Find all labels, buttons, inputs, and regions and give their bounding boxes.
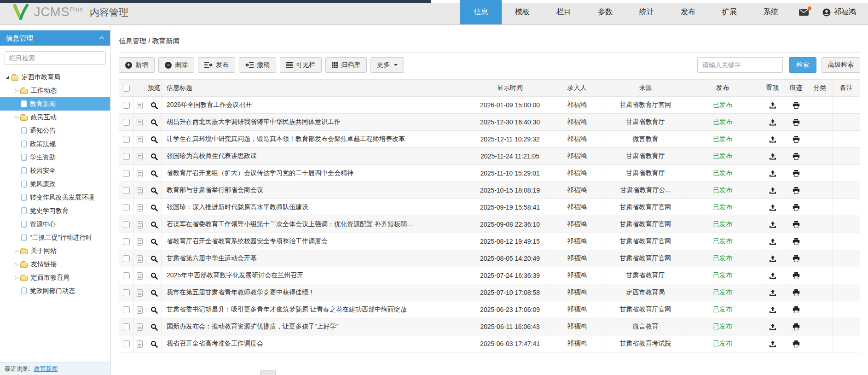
document-page-icon[interactable] xyxy=(137,255,143,263)
document-page-icon[interactable] xyxy=(137,238,143,246)
topnav-item-active[interactable]: 信息 xyxy=(460,0,502,24)
preview-magnifier-icon[interactable] xyxy=(150,238,158,246)
print-icon[interactable] xyxy=(793,119,800,126)
document-page-icon[interactable] xyxy=(137,204,143,211)
preview-magnifier-icon[interactable] xyxy=(150,153,158,160)
print-icon[interactable] xyxy=(793,204,800,211)
preview-magnifier-icon[interactable] xyxy=(150,272,158,280)
row-checkbox[interactable] xyxy=(123,119,130,126)
print-icon[interactable] xyxy=(793,289,800,296)
retract-button[interactable]: 撤稿 xyxy=(239,57,276,73)
article-title[interactable]: 让学生在真环境中研究真问题，锻造真本领！教育部发布会聚焦卓越工程师培养改革 xyxy=(167,135,405,142)
keyword-input[interactable] xyxy=(697,57,783,73)
category-search-input[interactable] xyxy=(5,51,106,65)
row-checkbox[interactable] xyxy=(123,306,130,313)
user-menu[interactable]: 祁福鸿 xyxy=(816,0,857,24)
document-page-icon[interactable] xyxy=(137,306,143,314)
tree-toggle-icon[interactable]: ▷ xyxy=(13,275,20,280)
print-icon[interactable] xyxy=(793,102,800,109)
set-top-icon[interactable] xyxy=(769,221,776,229)
tree-toggle-icon[interactable]: ▷ xyxy=(13,248,20,253)
document-page-icon[interactable] xyxy=(137,187,143,194)
preview-magnifier-icon[interactable] xyxy=(150,204,158,211)
article-title[interactable]: 2026年全国教育工作会议召开 xyxy=(167,101,252,108)
print-icon[interactable] xyxy=(793,255,800,262)
tree-item[interactable]: 通知公告 xyxy=(0,124,110,137)
row-checkbox[interactable] xyxy=(123,340,130,347)
tree-item[interactable]: “三抓三促”行动进行时 xyxy=(0,231,110,244)
print-icon[interactable] xyxy=(793,170,800,177)
set-top-icon[interactable] xyxy=(769,170,776,177)
topnav-item-link[interactable]: 系统 xyxy=(750,0,792,24)
chevron-up-icon[interactable] xyxy=(99,36,104,41)
article-title[interactable]: 我市在第五届甘肃省青年教师教学竞赛中获得佳绩！ xyxy=(167,288,315,296)
article-title[interactable]: 甘肃省第六届中学生运动会开幕 xyxy=(167,254,257,262)
print-icon[interactable] xyxy=(793,221,800,228)
article-title[interactable]: 张国珍为高校师生代表讲思政课 xyxy=(167,152,257,159)
more-button[interactable]: 更多 xyxy=(370,57,404,73)
visible-columns-button[interactable]: 可见栏 xyxy=(280,57,322,73)
row-checkbox[interactable] xyxy=(123,102,130,109)
preview-magnifier-icon[interactable] xyxy=(150,340,158,348)
document-page-icon[interactable] xyxy=(137,136,143,143)
document-page-icon[interactable] xyxy=(137,340,143,348)
messages-button[interactable] xyxy=(792,0,816,24)
set-top-icon[interactable] xyxy=(769,340,776,348)
article-title[interactable]: 我省召开全省高考准备工作调度会 xyxy=(167,340,263,347)
preview-magnifier-icon[interactable] xyxy=(150,170,158,177)
print-icon[interactable] xyxy=(793,153,800,160)
tree-toggle-icon[interactable]: ▷ xyxy=(13,88,20,93)
sidebar-panel-header[interactable]: 信息管理 xyxy=(0,30,110,46)
breadcrumb[interactable]: 信息管理 / 教育新闻 xyxy=(119,25,860,46)
row-checkbox[interactable] xyxy=(123,272,130,279)
set-top-icon[interactable] xyxy=(769,153,776,160)
tree-toggle-icon[interactable]: ▷ xyxy=(13,115,20,120)
set-top-icon[interactable] xyxy=(769,323,776,331)
tree-item[interactable]: 转变作风改善发展环境 xyxy=(0,191,110,204)
document-page-icon[interactable] xyxy=(137,323,143,331)
row-checkbox[interactable] xyxy=(123,187,130,194)
tree-item[interactable]: ▷政民互动 xyxy=(0,111,110,124)
tree-item[interactable]: ▷友情链接 xyxy=(0,258,110,271)
tree-item[interactable]: ▷定西市教育局 xyxy=(0,271,110,284)
document-page-icon[interactable] xyxy=(137,221,143,229)
print-icon[interactable] xyxy=(793,136,800,143)
print-icon[interactable] xyxy=(793,272,800,279)
article-title[interactable]: 教育部与甘肃省举行部省会商会议 xyxy=(167,186,263,193)
set-top-icon[interactable] xyxy=(769,102,776,109)
preview-magnifier-icon[interactable] xyxy=(150,136,158,143)
tree-item[interactable]: 定西市教育局 xyxy=(0,70,110,84)
article-title[interactable]: 省教育厅召开全省教育系统校园安全专项整治工作调度会 xyxy=(167,237,328,245)
document-page-icon[interactable] xyxy=(137,153,143,160)
article-title[interactable]: 甘肃省委书记胡昌升：吸引更多青年才俊筑梦陇原 让青春之花在建功西部中绚丽绽放 xyxy=(167,305,407,313)
preview-magnifier-icon[interactable] xyxy=(150,255,158,263)
tree-item[interactable]: 资源中心 xyxy=(0,217,110,231)
tree-item[interactable]: 学生资助 xyxy=(0,151,110,164)
article-title[interactable]: 石谋军在省委教育工作领导小组第十二次全体会议上强调：优化资源配置 补齐短板弱… xyxy=(167,220,413,228)
tree-item[interactable]: 党风廉政 xyxy=(0,177,110,191)
add-button[interactable]: 新增 xyxy=(119,57,155,73)
row-checkbox[interactable] xyxy=(123,153,130,160)
set-top-icon[interactable] xyxy=(769,204,776,211)
document-page-icon[interactable] xyxy=(137,289,143,297)
row-checkbox[interactable] xyxy=(123,238,130,245)
search-button[interactable]: 检索 xyxy=(789,57,816,73)
print-icon[interactable] xyxy=(793,238,800,245)
set-top-icon[interactable] xyxy=(769,187,776,194)
topnav-item-link[interactable]: 统计 xyxy=(626,0,667,24)
set-top-icon[interactable] xyxy=(769,238,776,246)
set-top-icon[interactable] xyxy=(769,289,776,297)
set-top-icon[interactable] xyxy=(769,255,776,263)
row-checkbox[interactable] xyxy=(123,204,130,211)
set-top-icon[interactable] xyxy=(769,119,776,126)
preview-magnifier-icon[interactable] xyxy=(150,119,158,126)
select-all-checkbox[interactable] xyxy=(123,85,130,92)
article-title[interactable]: 2025年中西部教育数字化发展研讨会在兰州召开 xyxy=(167,271,303,279)
preview-magnifier-icon[interactable] xyxy=(150,187,158,194)
recent-link[interactable]: 教育新闻 xyxy=(34,365,58,372)
tree-item[interactable]: 政策法规 xyxy=(0,137,110,151)
tree-item[interactable]: 党史学习教育 xyxy=(0,204,110,217)
preview-magnifier-icon[interactable] xyxy=(150,102,158,109)
article-title[interactable]: 张国珍：深入推进新时代陇原高水平教师队伍建设 xyxy=(167,203,308,211)
tree-item[interactable]: 校园安全 xyxy=(0,164,110,177)
